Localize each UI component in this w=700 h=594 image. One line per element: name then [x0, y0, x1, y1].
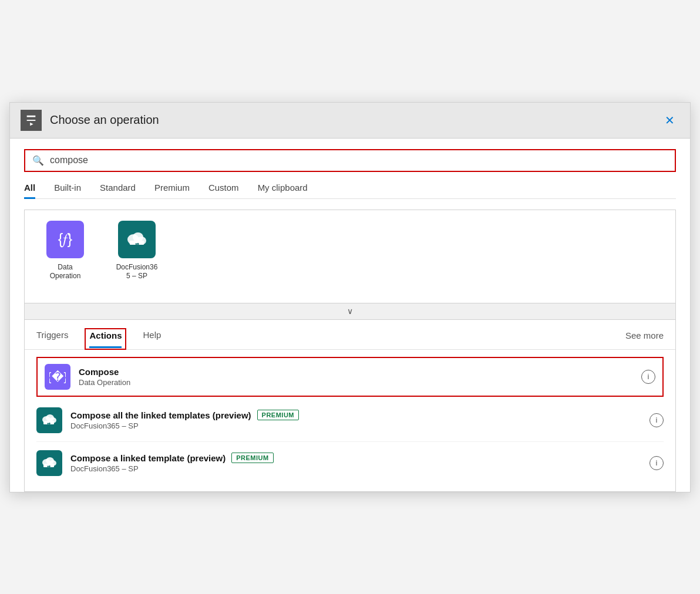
compose-title: Compose — [79, 367, 633, 377]
svg-rect-0 — [27, 115, 36, 117]
trigger-icon — [25, 114, 38, 127]
category-tabs: All Built-in Standard Premium Custom My … — [24, 183, 676, 199]
tab-built-in[interactable]: Built-in — [54, 183, 81, 199]
action-list: {�} Compose Data Operation i — [25, 357, 675, 484]
action-item-compose[interactable]: {�} Compose Data Operation i — [36, 357, 664, 397]
compose-linked-title: Compose a linked template (preview) PREM… — [70, 453, 641, 463]
compose-all-premium-badge: PREMIUM — [257, 410, 299, 420]
svg-text:⇄: ⇄ — [47, 465, 51, 469]
collapse-icon: ∨ — [347, 306, 353, 316]
compose-info-button[interactable]: i — [641, 370, 655, 384]
tab-custom[interactable]: Custom — [208, 183, 239, 199]
actions-tabs-row: Triggers Actions Help See more — [25, 320, 675, 350]
svg-marker-2 — [30, 122, 33, 126]
connector-docfusion-label: DocFusion365 – SP — [116, 263, 158, 281]
search-input[interactable] — [50, 155, 668, 166]
tab-triggers[interactable]: Triggers — [36, 330, 68, 347]
compose-all-icon: ⇄ — [36, 407, 62, 433]
svg-text:⇄: ⇄ — [47, 422, 51, 426]
tab-actions-box: Actions — [85, 328, 126, 350]
svg-rect-1 — [27, 120, 36, 121]
svg-text:{𝑓}: {𝑓} — [58, 230, 73, 248]
tab-help[interactable]: Help — [143, 330, 161, 347]
compose-icon: {�} — [45, 364, 70, 390]
modal-title: Choose an operation — [50, 113, 652, 127]
tab-my-clipboard[interactable]: My clipboard — [258, 183, 308, 199]
cloud-sp-icon-1: ⇄ — [41, 412, 58, 428]
compose-info: Compose Data Operation — [79, 367, 633, 387]
connector-data-operation-label: DataOperation — [50, 263, 81, 281]
docfusion-icon: ⇄ — [118, 221, 156, 258]
compose-all-info-button[interactable]: i — [649, 413, 664, 427]
tab-premium[interactable]: Premium — [154, 183, 190, 199]
compose-linked-info: Compose a linked template (preview) PREM… — [70, 453, 641, 473]
modal-body: 🔍 All Built-in Standard Premium Custom M… — [10, 139, 690, 492]
tab-actions[interactable]: Actions — [89, 330, 122, 348]
compose-subtitle: Data Operation — [79, 378, 633, 387]
compose-all-info: Compose all the linked templates (previe… — [70, 410, 641, 430]
connectors-section: {𝑓} DataOperation ⇄ DocFusion365 – SP — [24, 210, 676, 303]
connector-docfusion[interactable]: ⇄ DocFusion365 – SP — [110, 221, 163, 292]
compose-all-subtitle: DocFusion365 – SP — [70, 421, 641, 430]
actions-section: Triggers Actions Help See more {�} — [24, 320, 676, 492]
compose-curly-icon: {�} — [49, 369, 66, 385]
tab-all[interactable]: All — [24, 183, 35, 199]
compose-linked-premium-badge: PREMIUM — [231, 453, 273, 463]
action-item-compose-linked[interactable]: ⇄ Compose a linked template (preview) PR… — [36, 442, 664, 484]
see-more-button[interactable]: See more — [625, 330, 664, 346]
cloud-connector-icon: ⇄ — [125, 229, 149, 250]
modal-header-icon — [21, 110, 42, 131]
modal-header: Choose an operation ✕ — [10, 103, 690, 139]
collapse-bar[interactable]: ∨ — [24, 303, 676, 320]
search-box[interactable]: 🔍 — [24, 149, 676, 172]
action-item-compose-all[interactable]: ⇄ Compose all the linked templates (prev… — [36, 399, 664, 442]
compose-linked-icon: ⇄ — [36, 450, 62, 476]
svg-text:⇄: ⇄ — [135, 242, 139, 247]
connector-data-operation[interactable]: {𝑓} DataOperation — [39, 221, 92, 292]
close-button[interactable]: ✕ — [660, 111, 679, 130]
search-icon: 🔍 — [32, 155, 44, 166]
compose-all-title: Compose all the linked templates (previe… — [70, 410, 641, 420]
operation-chooser-modal: Choose an operation ✕ 🔍 All Built-in Sta… — [9, 102, 691, 492]
curly-braces-icon: {𝑓} — [55, 229, 76, 250]
data-operation-icon: {𝑓} — [46, 221, 84, 258]
cloud-sp-icon-2: ⇄ — [41, 455, 58, 471]
compose-linked-subtitle: DocFusion365 – SP — [70, 464, 641, 473]
tab-standard[interactable]: Standard — [100, 183, 136, 199]
svg-text:{�}: {�} — [49, 370, 66, 383]
compose-linked-info-button[interactable]: i — [649, 456, 664, 470]
